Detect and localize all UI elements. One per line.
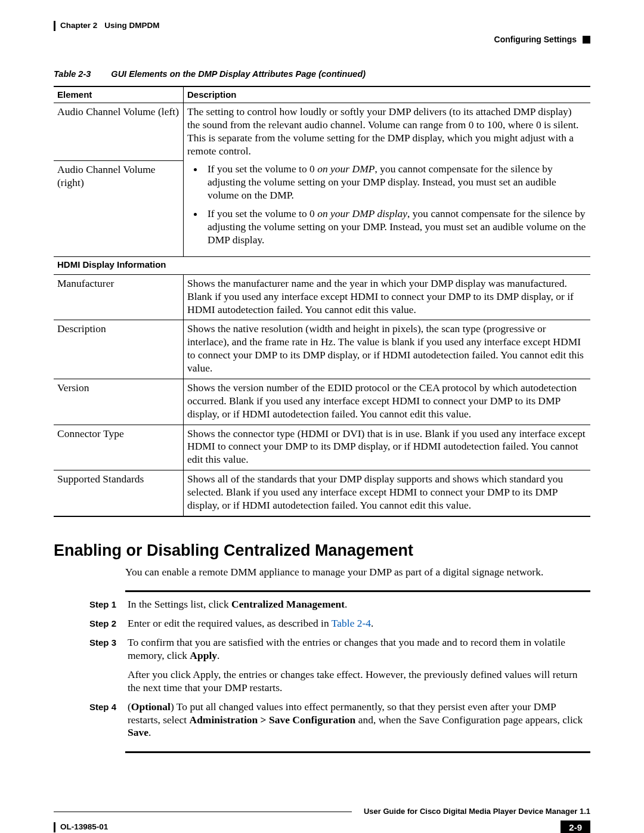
header-square-icon (583, 36, 590, 44)
step-1-body: In the Settings list, click Centralized … (128, 598, 590, 611)
section-title: Configuring Settings (494, 35, 577, 45)
audio-bullet-2: If you set the volume to 0 on your DMP d… (204, 208, 587, 247)
running-header-right: Configuring Settings (54, 35, 590, 45)
row-element-audio-right: Audio Channel Volume (right) (54, 160, 184, 256)
step-3-extra: After you click Apply, the entries or ch… (128, 668, 590, 695)
row-description-version: Shows the version number of the EDID pro… (184, 379, 591, 425)
row-element-supported-standards: Supported Standards (54, 470, 184, 516)
section-intro: You can enable a remote DMM appliance to… (125, 566, 590, 579)
chapter-title: Using DMPDM (104, 21, 159, 31)
row-description-supported-standards: Shows all of the standards that your DMP… (184, 470, 591, 516)
chapter-number: Chapter 2 (60, 21, 97, 31)
table-caption: Table 2-3 GUI Elements on the DMP Displa… (54, 69, 590, 79)
audio-bullet-1: If you set the volume to 0 on your DMP, … (204, 163, 587, 202)
step-1: Step 1 In the Settings list, click Centr… (89, 598, 590, 611)
page-number-badge: 2-9 (561, 820, 590, 834)
section-heading: Enabling or Disabling Centralized Manage… (54, 541, 590, 561)
step-1-label: Step 1 (89, 598, 117, 611)
step-3: Step 3 To confirm that you are satisfied… (89, 636, 590, 695)
step-2-label: Step 2 (89, 617, 117, 630)
page-footer: User Guide for Cisco Digital Media Playe… (54, 807, 590, 833)
steps-bottom-rule (125, 751, 590, 753)
row-element-connector-type: Connector Type (54, 425, 184, 470)
step-2-body: Enter or edit the required values, as de… (128, 617, 590, 630)
row-element-description: Description (54, 320, 184, 379)
row-description-audio: The setting to control how loudly or sof… (184, 103, 591, 257)
step-4-body: (Optional) To put all changed values int… (128, 701, 590, 740)
audio-desc-main: The setting to control how loudly or sof… (187, 106, 587, 158)
table-title: GUI Elements on the DMP Display Attribut… (111, 69, 366, 79)
footer-doc-id: OL-13985-01 (54, 822, 108, 832)
step-4-label: Step 4 (89, 701, 117, 740)
row-description-manufacturer: Shows the manufacturer name and the year… (184, 274, 591, 320)
step-2: Step 2 Enter or edit the required values… (89, 617, 590, 630)
running-header-left: Chapter 2 Using DMPDM (54, 21, 590, 31)
step-3-body: To confirm that you are satisfied with t… (128, 636, 590, 695)
table-2-4-link[interactable]: Table 2-4 (332, 617, 371, 629)
row-description-connector-type: Shows the connector type (HDMI or DVI) t… (184, 425, 591, 470)
column-header-element: Element (54, 86, 184, 103)
column-header-description: Description (184, 86, 591, 103)
section-header-hdmi: HDMI Display Information (54, 257, 590, 275)
step-4: Step 4 (Optional) To put all changed val… (89, 701, 590, 740)
steps-block: Step 1 In the Settings list, click Centr… (89, 598, 590, 739)
footer-doc-title: User Guide for Cisco Digital Media Playe… (364, 807, 590, 816)
row-element-audio-left: Audio Channel Volume (left) (54, 103, 184, 161)
step-3-label: Step 3 (89, 636, 117, 695)
row-element-manufacturer: Manufacturer (54, 274, 184, 320)
steps-top-rule (125, 590, 590, 592)
row-element-version: Version (54, 379, 184, 425)
table-number: Table 2-3 (54, 69, 91, 79)
row-description-description: Shows the native resolution (width and h… (184, 320, 591, 379)
gui-elements-table: Element Description Audio Channel Volume… (54, 86, 590, 517)
